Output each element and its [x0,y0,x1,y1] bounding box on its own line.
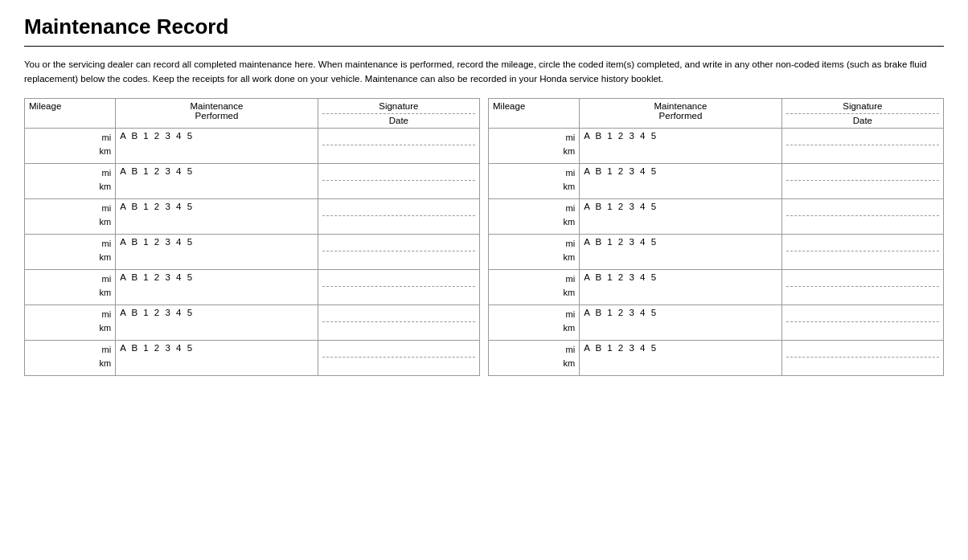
km-label: km [564,323,576,333]
signature-cell [781,269,943,305]
signature-cell [318,269,479,305]
table-row: mikmA B 1 2 3 4 5 [489,269,944,305]
table-row: mikmA B 1 2 3 4 5 [489,305,944,340]
km-label: km [564,146,576,156]
km-label: km [100,323,112,333]
signature-cell [781,234,943,269]
table-row: mikmA B 1 2 3 4 5 [25,234,480,269]
maintenance-codes: A B 1 2 3 4 5 [120,166,194,176]
right-signature-header: Signature Date [781,98,943,128]
left-mileage-header: Mileage [25,98,116,128]
mi-label: mi [102,203,112,213]
signature-cell [318,163,479,198]
mi-label: mi [566,345,576,354]
maintenance-codes: A B 1 2 3 4 5 [584,166,658,176]
mi-label: mi [102,168,112,178]
signature-line [322,202,475,216]
maintenance-cell: A B 1 2 3 4 5 [116,305,318,340]
signature-label: Signature [322,101,475,114]
signature-cell [781,128,943,163]
table-header-row: Mileage Maintenance Performed Signature … [25,98,480,128]
mi-label: mi [102,345,112,354]
left-signature-header: Signature Date [318,98,479,128]
signature-line [786,131,939,145]
right-record-table: Mileage Maintenance Performed Signature … [488,98,944,376]
maintenance-codes: A B 1 2 3 4 5 [584,272,658,282]
km-label: km [100,182,112,191]
date-label: Date [786,116,939,125]
maintenance-codes: A B 1 2 3 4 5 [120,272,194,282]
table-row: mikmA B 1 2 3 4 5 [25,198,480,234]
mileage-cell: mikm [489,305,580,340]
signature-line [786,237,939,251]
signature-cell [781,340,943,375]
maintenance-codes: A B 1 2 3 4 5 [120,308,194,317]
mi-label: mi [102,274,112,284]
left-maintenance-header: Maintenance Performed [116,98,318,128]
maintenance-codes: A B 1 2 3 4 5 [584,343,658,353]
signature-cell [318,128,479,163]
maintenance-cell: A B 1 2 3 4 5 [580,305,782,340]
mileage-cell: mikm [489,234,580,269]
mi-label: mi [566,168,576,178]
table-row: mikmA B 1 2 3 4 5 [489,198,944,234]
km-label: km [564,358,576,368]
km-label: km [100,288,112,297]
maintenance-codes: A B 1 2 3 4 5 [584,131,658,141]
signature-line [322,272,475,287]
mi-label: mi [566,133,576,142]
km-label: km [564,182,576,191]
signature-line [322,131,475,145]
mileage-cell: mikm [25,234,116,269]
mileage-cell: mikm [25,340,116,375]
table-header-row: Mileage Maintenance Performed Signature … [489,98,944,128]
table-row: mikmA B 1 2 3 4 5 [489,128,944,163]
maintenance-cell: A B 1 2 3 4 5 [580,269,782,305]
left-record-table: Mileage Maintenance Performed Signature … [24,98,480,376]
table-row: mikmA B 1 2 3 4 5 [489,234,944,269]
km-label: km [100,217,112,227]
maintenance-cell: A B 1 2 3 4 5 [116,198,318,234]
title-divider [24,46,944,47]
mileage-cell: mikm [25,163,116,198]
intro-text: You or the servicing dealer can record a… [24,58,944,87]
signature-cell [318,234,479,269]
km-label: km [100,252,112,262]
date-label: Date [322,116,475,125]
signature-line [322,308,475,322]
mileage-cell: mikm [489,340,580,375]
maintenance-cell: A B 1 2 3 4 5 [116,340,318,375]
table-row: mikmA B 1 2 3 4 5 [25,340,480,375]
km-label: km [100,358,112,368]
maintenance-codes: A B 1 2 3 4 5 [584,237,658,247]
km-label: km [564,288,576,297]
signature-cell [318,340,479,375]
maintenance-cell: A B 1 2 3 4 5 [116,163,318,198]
right-maintenance-header: Maintenance Performed [580,98,782,128]
mileage-cell: mikm [25,269,116,305]
table-row: mikmA B 1 2 3 4 5 [489,163,944,198]
mileage-cell: mikm [489,198,580,234]
maintenance-cell: A B 1 2 3 4 5 [580,340,782,375]
signature-cell [781,305,943,340]
mi-label: mi [102,309,112,319]
km-label: km [100,146,112,156]
signature-line [786,272,939,287]
signature-line [322,237,475,251]
maintenance-cell: A B 1 2 3 4 5 [116,234,318,269]
signature-cell [318,198,479,234]
signature-cell [318,305,479,340]
mileage-cell: mikm [25,305,116,340]
right-mileage-header: Mileage [489,98,580,128]
mi-label: mi [102,239,112,248]
table-row: mikmA B 1 2 3 4 5 [25,163,480,198]
km-label: km [564,217,576,227]
maintenance-codes: A B 1 2 3 4 5 [120,343,194,353]
signature-cell [781,163,943,198]
mi-label: mi [102,133,112,142]
maintenance-cell: A B 1 2 3 4 5 [580,163,782,198]
mi-label: mi [566,239,576,248]
tables-wrapper: Mileage Maintenance Performed Signature … [24,98,944,376]
km-label: km [564,252,576,262]
mi-label: mi [566,203,576,213]
